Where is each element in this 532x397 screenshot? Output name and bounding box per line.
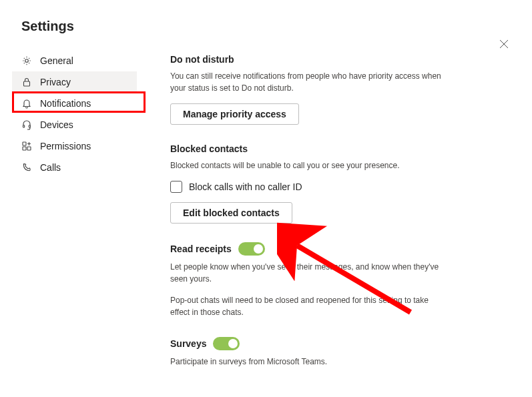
section-heading: Blocked contacts	[170, 143, 457, 154]
section-do-not-disturb: Do not disturb You can still receive not…	[170, 54, 457, 125]
section-description: Participate in surveys from Microsoft Te…	[170, 356, 444, 368]
sidebar-item-devices[interactable]: Devices	[12, 114, 137, 135]
checkbox-icon	[170, 181, 182, 193]
heading-text: Read receipts	[170, 244, 232, 254]
sidebar-item-permissions[interactable]: Permissions	[12, 135, 137, 157]
svg-rect-3	[29, 125, 30, 128]
section-description: Blocked contacts will be unable to call …	[170, 159, 444, 171]
sidebar-item-notifications[interactable]: Notifications	[12, 93, 137, 114]
svg-rect-5	[27, 147, 31, 150]
sidebar-item-label: Notifications	[40, 98, 91, 109]
section-surveys: Surveys Participate in surveys from Micr…	[170, 337, 457, 368]
section-heading: Surveys	[170, 337, 457, 350]
section-read-receipts: Read receipts Let people know when you'v…	[170, 242, 457, 318]
svg-rect-4	[23, 142, 26, 145]
lock-icon	[21, 77, 32, 87]
edit-blocked-contacts-button[interactable]: Edit blocked contacts	[170, 202, 292, 224]
sidebar-item-calls[interactable]: Calls	[12, 157, 137, 178]
page-title: Settings	[21, 19, 532, 34]
phone-icon	[21, 162, 32, 173]
svg-rect-6	[23, 147, 26, 150]
section-description: You can still receive notifications from…	[170, 70, 444, 94]
section-description-secondary: Pop-out chats will need to be closed and…	[170, 294, 444, 318]
gear-icon	[21, 55, 32, 66]
heading-text: Surveys	[170, 338, 206, 349]
manage-priority-access-button[interactable]: Manage priority access	[170, 103, 299, 125]
section-description: Let people know when you've seen their m…	[170, 261, 444, 285]
read-receipts-toggle[interactable]	[238, 242, 265, 256]
apps-icon	[21, 141, 32, 151]
sidebar-item-label: Calls	[40, 162, 61, 173]
svg-rect-1	[24, 81, 30, 86]
headset-icon	[21, 119, 32, 130]
section-heading: Read receipts	[170, 242, 457, 256]
close-button[interactable]	[499, 39, 512, 52]
section-blocked-contacts: Blocked contacts Blocked contacts will b…	[170, 143, 457, 224]
block-no-caller-id-checkbox[interactable]: Block calls with no caller ID	[170, 181, 457, 193]
sidebar-item-label: Permissions	[40, 141, 91, 151]
sidebar-item-label: Privacy	[40, 77, 71, 87]
bell-icon	[21, 98, 32, 109]
sidebar-item-general[interactable]: General	[12, 50, 137, 71]
section-heading: Do not disturb	[170, 54, 457, 65]
close-icon	[499, 39, 509, 49]
settings-sidebar: General Privacy Notifications Devices	[0, 50, 137, 386]
sidebar-item-label: General	[40, 55, 73, 66]
surveys-toggle[interactable]	[213, 337, 240, 350]
checkbox-label: Block calls with no caller ID	[189, 181, 302, 192]
settings-main: Do not disturb You can still receive not…	[137, 50, 471, 386]
svg-point-0	[25, 59, 29, 63]
sidebar-item-label: Devices	[40, 119, 73, 130]
svg-rect-2	[23, 125, 25, 128]
sidebar-item-privacy[interactable]: Privacy	[12, 71, 137, 93]
